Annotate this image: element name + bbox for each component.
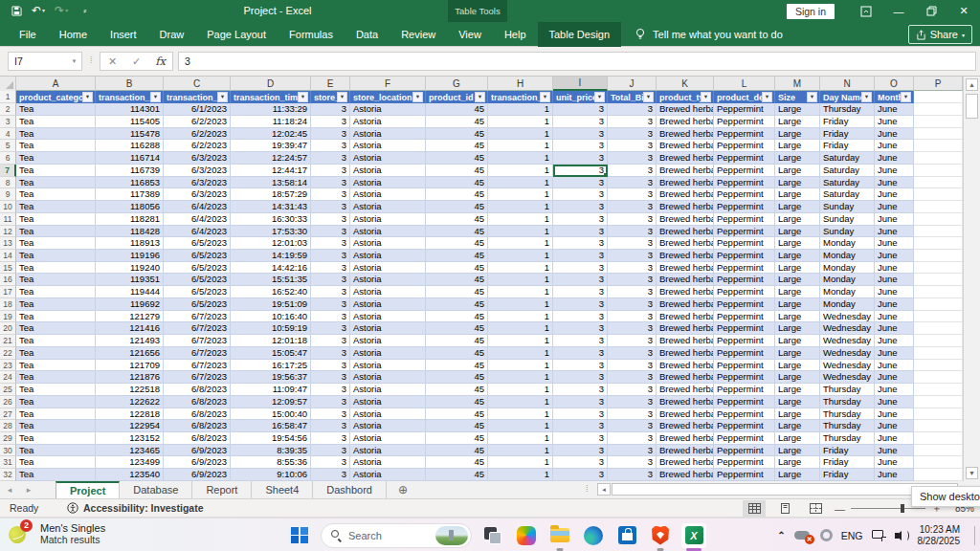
cell-E14[interactable]: 3 [311, 250, 350, 262]
ribbon-display-options-icon[interactable] [850, 0, 882, 22]
volume-icon[interactable] [895, 530, 909, 541]
cell-P2[interactable] [914, 103, 963, 116]
cell-C18[interactable]: 6/5/2023 [164, 298, 231, 311]
cell-L10[interactable]: Peppermint [714, 201, 775, 213]
cancel-entry-icon[interactable]: ✕ [100, 55, 124, 68]
cell-I9[interactable]: 3 [553, 188, 608, 201]
cell-I19[interactable]: 3 [553, 311, 608, 323]
cell-J26[interactable]: 3 [608, 396, 657, 408]
cell-D6[interactable]: 12:24:57 [231, 152, 311, 165]
cell-G6[interactable]: 45 [426, 152, 488, 165]
cell-D13[interactable]: 12:01:03 [231, 237, 311, 250]
cell-G2[interactable]: 45 [426, 103, 488, 116]
tray-chevron-icon[interactable]: ⌃ [777, 530, 785, 540]
cell-A6[interactable]: Tea [16, 152, 96, 165]
cell-N14[interactable]: Monday [820, 250, 875, 262]
cell-M12[interactable]: Large [775, 226, 820, 238]
cell-K9[interactable]: Brewed herbal tea [657, 188, 714, 201]
cell-C9[interactable]: 6/3/2023 [164, 188, 231, 201]
cell-L26[interactable]: Peppermint [714, 396, 775, 408]
cell-F6[interactable]: Astoria [350, 152, 426, 165]
ribbon-tab-insert[interactable]: Insert [99, 22, 148, 47]
cell-F12[interactable]: Astoria [350, 226, 426, 238]
cell-G8[interactable]: 45 [426, 177, 488, 189]
cell-M23[interactable]: Large [775, 360, 820, 372]
cell-N25[interactable]: Thursday [820, 384, 875, 396]
widgets-button[interactable]: 2 Men's Singles Match results [8, 521, 105, 546]
cell-O11[interactable]: June [875, 213, 914, 226]
cell-A18[interactable]: Tea [16, 298, 96, 311]
cell-E6[interactable]: 3 [311, 152, 350, 165]
cell-E8[interactable]: 3 [311, 177, 350, 189]
cell-D18[interactable]: 19:51:09 [231, 298, 311, 311]
cell-G14[interactable]: 45 [426, 250, 488, 262]
cell-C4[interactable]: 6/2/2023 [164, 128, 231, 141]
cell-G29[interactable]: 45 [426, 432, 488, 445]
cell-N20[interactable]: Wednesday [820, 322, 875, 335]
row-header-17[interactable]: 17 [0, 286, 16, 298]
cell-M29[interactable]: Large [775, 432, 820, 445]
cell-A19[interactable]: Tea [16, 311, 96, 323]
cell-C6[interactable]: 6/3/2023 [164, 152, 231, 165]
cell-N9[interactable]: Saturday [820, 188, 875, 201]
cell-N17[interactable]: Monday [820, 286, 875, 298]
cell-E13[interactable]: 3 [311, 237, 350, 250]
cell-G27[interactable]: 45 [426, 408, 488, 421]
cell-G18[interactable]: 45 [426, 298, 488, 311]
cell-B15[interactable]: 119240 [96, 262, 164, 275]
row-header-13[interactable]: 13 [0, 237, 16, 250]
cell-D31[interactable]: 8:55:36 [231, 456, 311, 469]
cell-K14[interactable]: Brewed herbal tea [657, 250, 714, 262]
filter-dropdown-icon[interactable]: ▼ [150, 92, 161, 102]
row-header-29[interactable]: 29 [0, 432, 16, 445]
cell-D22[interactable]: 15:05:47 [231, 347, 311, 360]
cell-L23[interactable]: Peppermint [714, 360, 775, 372]
cell-F10[interactable]: Astoria [350, 201, 426, 213]
cell-G16[interactable]: 45 [426, 274, 488, 286]
column-header-F[interactable]: F [350, 77, 426, 91]
cell-E7[interactable]: 3 [311, 165, 350, 177]
cell-D25[interactable]: 11:09:47 [231, 384, 311, 396]
cell-E26[interactable]: 3 [311, 396, 350, 408]
cell-M25[interactable]: Large [775, 384, 820, 396]
scroll-left-icon[interactable]: ◂ [597, 483, 611, 496]
cell-J22[interactable]: 3 [608, 347, 657, 360]
filter-dropdown-icon[interactable]: ▼ [861, 92, 872, 102]
filter-dropdown-icon[interactable]: ▼ [643, 92, 654, 102]
cell-O3[interactable]: June [875, 116, 914, 128]
cell-L22[interactable]: Peppermint [714, 347, 775, 360]
cell-C22[interactable]: 6/7/2023 [164, 347, 231, 360]
cell-H20[interactable]: 1 [488, 322, 553, 335]
cell-N12[interactable]: Sunday [820, 226, 875, 238]
cell-D10[interactable]: 14:31:43 [231, 201, 311, 213]
task-view-button[interactable] [480, 523, 505, 548]
row-header-4[interactable]: 4 [0, 128, 16, 141]
cell-F4[interactable]: Astoria [350, 128, 426, 141]
cell-H11[interactable]: 1 [488, 213, 553, 226]
cell-C29[interactable]: 6/8/2023 [164, 432, 231, 445]
cell-J28[interactable]: 3 [608, 420, 657, 432]
cell-I4[interactable]: 3 [553, 128, 608, 141]
formula-input[interactable]: 3 [178, 52, 976, 71]
cell-B6[interactable]: 116714 [96, 152, 164, 165]
cell-H28[interactable]: 1 [488, 420, 553, 432]
cell-I22[interactable]: 3 [553, 347, 608, 360]
cell-C20[interactable]: 6/7/2023 [164, 322, 231, 335]
row-header-30[interactable]: 30 [0, 445, 16, 457]
filter-dropdown-icon[interactable]: ▼ [82, 92, 93, 102]
cell-H29[interactable]: 1 [488, 432, 553, 445]
sheet-tab-project[interactable]: Project [56, 481, 120, 498]
cell-H16[interactable]: 1 [488, 274, 553, 286]
vertical-scroll-thumb[interactable] [966, 94, 978, 119]
cell-B20[interactable]: 121416 [96, 322, 164, 335]
scroll-down-icon[interactable]: ▼ [966, 467, 978, 479]
column-header-A[interactable]: A [16, 77, 96, 91]
filter-dropdown-icon[interactable]: ▼ [701, 92, 711, 102]
cell-B12[interactable]: 118428 [96, 226, 164, 238]
row-header-27[interactable]: 27 [0, 408, 16, 421]
cell-L7[interactable]: Peppermint [714, 165, 775, 177]
cell-F16[interactable]: Astoria [350, 274, 426, 286]
cell-I20[interactable]: 3 [553, 322, 608, 335]
column-header-M[interactable]: M [775, 77, 820, 91]
cell-M26[interactable]: Large [775, 396, 820, 408]
